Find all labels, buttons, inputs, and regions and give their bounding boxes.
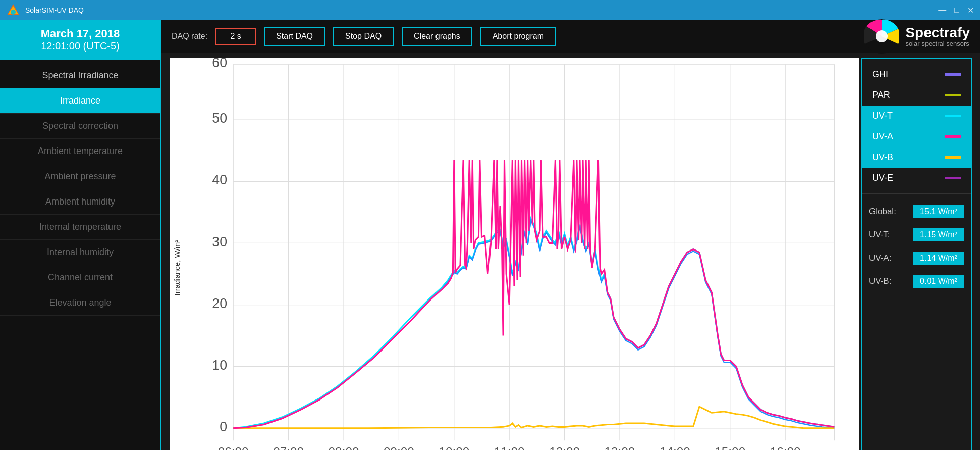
maximize-button[interactable]: □ <box>954 6 959 15</box>
svg-text:16:00: 16:00 <box>770 445 801 450</box>
legend-value-row: Global:15.1 W/m² <box>862 200 971 223</box>
toolbar: DAQ rate: Start DAQ Stop DAQ Clear graph… <box>161 20 980 53</box>
legend-value-badge: 1.15 W/m² <box>913 228 964 241</box>
legend-value-row: UV-A:1.14 W/m² <box>862 246 971 270</box>
legend-item-uv-a[interactable]: UV-A <box>862 126 971 147</box>
y-axis-label: Irradiance, W/m² <box>170 58 184 450</box>
legend-item-par[interactable]: PAR <box>862 85 971 106</box>
sidebar-item-irradiance[interactable]: Irradiance <box>0 88 160 114</box>
svg-text:30: 30 <box>212 234 227 249</box>
svg-point-2 <box>11 10 16 15</box>
svg-text:50: 50 <box>212 111 227 126</box>
content-area: DAQ rate: Start DAQ Stop DAQ Clear graph… <box>161 20 980 450</box>
legend-color-uv-b <box>945 156 961 159</box>
legend-value-label: UV-A: <box>869 253 891 263</box>
legend-color-par <box>945 94 961 96</box>
legend-item-uv-e[interactable]: UV-E <box>862 168 971 188</box>
close-button[interactable]: ✕ <box>967 6 974 15</box>
logo-text: Spectrafy solar spectral sensors <box>905 26 970 47</box>
sidebar-nav: Spectral IrradianceIrradianceSpectral co… <box>0 60 160 450</box>
legend-item-uv-t[interactable]: UV-T <box>862 106 971 126</box>
sidebar: March 17, 2018 12:01:00 (UTC-5) Spectral… <box>0 20 161 450</box>
legend-panel: GHIPARUV-TUV-AUV-BUV-E Global:15.1 W/m²U… <box>861 58 972 450</box>
svg-text:07:00: 07:00 <box>273 445 304 450</box>
legend-label-uv-b: UV-B <box>872 152 893 163</box>
legend-color-uv-t <box>945 115 961 117</box>
sidebar-item-ambient-humidity[interactable]: Ambient humidity <box>0 189 160 215</box>
legend-value-label: UV-B: <box>869 276 891 286</box>
svg-text:09:00: 09:00 <box>384 445 414 450</box>
logo-area: Spectrafy solar spectral sensors <box>864 19 970 54</box>
svg-text:15:00: 15:00 <box>715 445 745 450</box>
titlebar: SolarSIM-UV DAQ — □ ✕ <box>0 0 980 20</box>
chart-section: Irradiance, W/m² <box>161 53 980 450</box>
svg-text:20: 20 <box>212 296 227 311</box>
svg-text:06:00: 06:00 <box>218 445 249 450</box>
sidebar-item-spectral-irradiance[interactable]: Spectral Irradiance <box>0 63 160 88</box>
legend-value-badge: 1.14 W/m² <box>913 252 964 265</box>
legend-label-uv-a: UV-A <box>872 131 893 142</box>
legend-label-ghi: GHI <box>872 69 888 80</box>
svg-text:11:00: 11:00 <box>494 445 525 450</box>
titlebar-left: SolarSIM-UV DAQ <box>6 3 84 17</box>
legend-items-top: GHIPARUV-TUV-AUV-BUV-E <box>862 59 971 194</box>
logo-subtitle: solar spectral sensors <box>905 40 970 47</box>
clear-graphs-button[interactable]: Clear graphs <box>402 27 472 46</box>
legend-value-row: UV-B:0.01 W/m² <box>862 270 971 293</box>
date-display: March 17, 2018 <box>4 27 156 40</box>
sidebar-item-internal-temperature[interactable]: Internal temperature <box>0 215 160 240</box>
logo-badge: Spectrafy solar spectral sensors <box>864 19 970 54</box>
sidebar-item-ambient-pressure[interactable]: Ambient pressure <box>0 164 160 189</box>
abort-program-button[interactable]: Abort program <box>480 27 556 46</box>
svg-text:0: 0 <box>220 419 227 434</box>
svg-text:08:00: 08:00 <box>329 445 359 450</box>
legend-label-uv-t: UV-T <box>872 111 893 121</box>
legend-value-label: UV-T: <box>869 230 890 240</box>
chart-plot: 0 10 20 30 40 50 60 06:00 07:00 08:00 09… <box>184 58 859 450</box>
legend-value-badge: 0.01 W/m² <box>913 275 964 288</box>
legend-item-ghi[interactable]: GHI <box>862 64 971 85</box>
app-title: SolarSIM-UV DAQ <box>25 6 84 14</box>
chart-svg: 0 10 20 30 40 50 60 06:00 07:00 08:00 09… <box>184 58 859 450</box>
logo-name: Spectrafy <box>905 26 970 40</box>
datetime-box: March 17, 2018 12:01:00 (UTC-5) <box>0 20 160 60</box>
minimize-button[interactable]: — <box>938 6 946 15</box>
window-controls: — □ ✕ <box>938 6 974 15</box>
svg-text:13:00: 13:00 <box>605 445 635 450</box>
sidebar-item-elevation-angle[interactable]: Elevation angle <box>0 290 160 316</box>
legend-value-badge: 15.1 W/m² <box>913 205 964 218</box>
svg-text:10:00: 10:00 <box>439 445 469 450</box>
chart-area: Irradiance, W/m² <box>170 58 859 450</box>
legend-values: Global:15.1 W/m²UV-T:1.15 W/m²UV-A:1.14 … <box>862 194 971 450</box>
daq-rate-input[interactable] <box>215 28 256 45</box>
legend-value-label: Global: <box>869 207 896 217</box>
stop-daq-button[interactable]: Stop DAQ <box>333 27 394 46</box>
sidebar-item-internal-humidity[interactable]: Internal humidity <box>0 240 160 265</box>
svg-text:14:00: 14:00 <box>660 445 690 450</box>
app-icon <box>6 3 20 17</box>
legend-color-uv-e <box>945 177 961 179</box>
daq-rate-label: DAQ rate: <box>172 32 207 41</box>
svg-text:40: 40 <box>212 172 227 187</box>
svg-point-4 <box>876 30 888 42</box>
svg-text:12:00: 12:00 <box>549 445 580 450</box>
sidebar-item-ambient-temperature[interactable]: Ambient temperature <box>0 139 160 164</box>
legend-item-uv-b[interactable]: UV-B <box>862 147 971 168</box>
legend-color-ghi <box>945 73 961 76</box>
legend-label-uv-e: UV-E <box>872 173 893 183</box>
time-display: 12:01:00 (UTC-5) <box>4 40 156 52</box>
svg-text:10: 10 <box>212 358 227 373</box>
legend-color-uv-a <box>945 135 961 138</box>
sidebar-item-spectral-correction[interactable]: Spectral correction <box>0 114 160 139</box>
sidebar-item-channel-current[interactable]: Channel current <box>0 265 160 290</box>
main-layout: March 17, 2018 12:01:00 (UTC-5) Spectral… <box>0 20 980 450</box>
start-daq-button[interactable]: Start DAQ <box>264 27 325 46</box>
spectrafy-logo-icon <box>864 19 899 54</box>
legend-label-par: PAR <box>872 90 890 101</box>
legend-value-row: UV-T:1.15 W/m² <box>862 223 971 246</box>
svg-text:60: 60 <box>212 58 227 70</box>
